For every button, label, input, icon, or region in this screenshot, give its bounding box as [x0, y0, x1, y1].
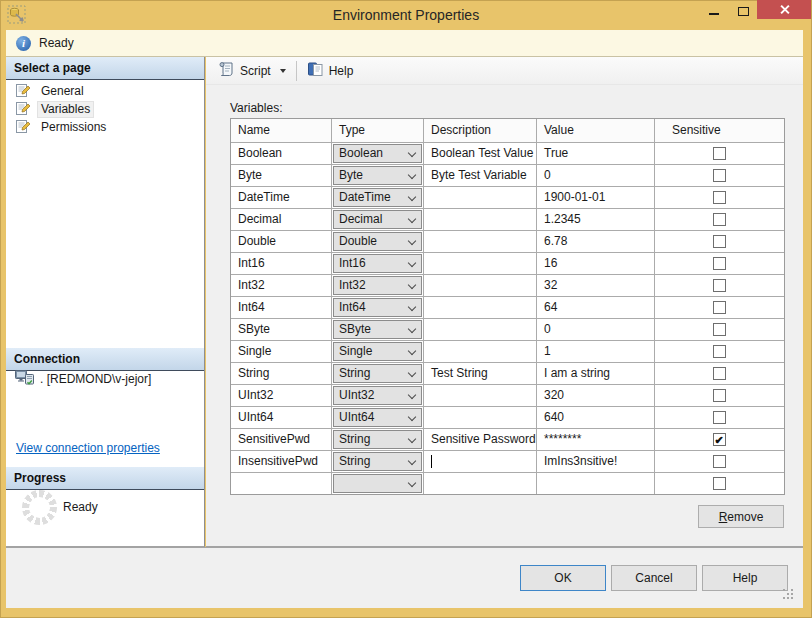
variable-name-cell[interactable]: DateTime — [231, 187, 332, 208]
variable-type-dropdown[interactable]: DateTime — [333, 188, 422, 207]
variable-description-cell[interactable] — [424, 209, 537, 230]
variable-value-cell[interactable]: ******** — [537, 429, 655, 450]
maximize-button[interactable] — [729, 0, 757, 20]
sensitive-checkbox[interactable] — [713, 477, 726, 490]
variable-value-cell[interactable]: True — [537, 143, 655, 164]
variable-value-cell[interactable]: 0 — [537, 165, 655, 186]
variable-description-cell[interactable] — [424, 253, 537, 274]
variable-type-dropdown[interactable]: UInt64 — [333, 408, 422, 427]
variable-name-cell[interactable]: Byte — [231, 165, 332, 186]
help-button-toolbar[interactable]: Help — [301, 59, 360, 83]
variable-name-cell[interactable]: InsensitivePwd — [231, 451, 332, 472]
variable-name-cell[interactable]: Double — [231, 231, 332, 252]
sensitive-checkbox[interactable] — [713, 191, 726, 204]
variable-name-cell[interactable]: UInt64 — [231, 407, 332, 428]
remove-button[interactable]: Remove — [698, 505, 784, 528]
variable-value-cell[interactable]: I am a string — [537, 363, 655, 384]
variable-name-cell[interactable]: Decimal — [231, 209, 332, 230]
sensitive-checkbox[interactable] — [713, 345, 726, 358]
variable-type-dropdown[interactable]: Byte — [333, 166, 422, 185]
variable-name-cell[interactable]: Int64 — [231, 297, 332, 318]
variable-description-cell[interactable] — [424, 385, 537, 406]
variable-type-dropdown[interactable]: UInt32 — [333, 386, 422, 405]
variable-name-cell[interactable]: Int16 — [231, 253, 332, 274]
variable-description-cell[interactable]: Test String — [424, 363, 537, 384]
variable-type-dropdown[interactable]: Double — [333, 232, 422, 251]
ok-button[interactable]: OK — [520, 565, 606, 591]
sensitive-checkbox[interactable] — [713, 213, 726, 226]
variable-value-cell[interactable]: 32 — [537, 275, 655, 296]
sensitive-checkbox[interactable] — [713, 147, 726, 160]
variable-description-cell[interactable]: Byte Test Variable — [424, 165, 537, 186]
variable-value-cell[interactable]: 320 — [537, 385, 655, 406]
variable-sensitive-cell — [655, 473, 783, 494]
view-connection-properties-link[interactable]: View connection properties — [16, 441, 160, 455]
variable-description-cell[interactable] — [424, 275, 537, 296]
variable-name-cell[interactable]: Boolean — [231, 143, 332, 164]
cancel-button[interactable]: Cancel — [611, 565, 697, 591]
sensitive-checkbox[interactable] — [713, 455, 726, 468]
variable-type-dropdown[interactable]: Int16 — [333, 254, 422, 273]
variable-value-cell[interactable] — [537, 473, 655, 494]
variable-value-cell[interactable]: 0 — [537, 319, 655, 340]
variable-name-cell[interactable]: String — [231, 363, 332, 384]
variable-value-cell[interactable]: 1900-01-01 — [537, 187, 655, 208]
variable-description-cell[interactable]: Sensitive Password — [424, 429, 537, 450]
sensitive-checkbox[interactable] — [713, 411, 726, 424]
variable-description-cell[interactable] — [424, 473, 537, 494]
sensitive-checkbox[interactable] — [713, 389, 726, 402]
variable-type-cell: SByte — [332, 319, 424, 340]
sidebar-item-label: Permissions — [38, 120, 109, 135]
variable-type-dropdown[interactable]: Int32 — [333, 276, 422, 295]
variable-type-dropdown[interactable]: Decimal — [333, 210, 422, 229]
variable-type-dropdown[interactable]: Int64 — [333, 298, 422, 317]
environment-properties-dialog: Environment Properties i Ready Select a … — [0, 0, 812, 618]
close-button[interactable] — [757, 0, 811, 19]
variable-description-cell[interactable] — [424, 187, 537, 208]
variable-type-dropdown[interactable]: String — [333, 430, 422, 449]
variable-name-cell[interactable]: Int32 — [231, 275, 332, 296]
variable-name-cell[interactable] — [231, 473, 332, 494]
variable-type-dropdown[interactable]: Boolean — [333, 144, 422, 163]
script-button[interactable]: Script — [212, 59, 292, 83]
variable-description-cell[interactable] — [424, 451, 537, 472]
variable-value-cell[interactable]: 6.78 — [537, 231, 655, 252]
sensitive-checkbox[interactable] — [713, 279, 726, 292]
sensitive-checkbox[interactable] — [713, 323, 726, 336]
variable-description-cell[interactable] — [424, 341, 537, 362]
minimize-button[interactable] — [700, 0, 728, 20]
variable-value-cell[interactable]: ImIns3nsitive! — [537, 451, 655, 472]
variable-name-cell[interactable]: SByte — [231, 319, 332, 340]
sensitive-checkbox[interactable] — [713, 367, 726, 380]
variable-value-cell[interactable]: 1 — [537, 341, 655, 362]
sidebar-item-variables[interactable]: Variables — [6, 100, 204, 118]
variable-type-dropdown[interactable]: String — [333, 364, 422, 383]
variable-description-cell[interactable] — [424, 319, 537, 340]
sensitive-checkbox[interactable] — [713, 235, 726, 248]
variable-value-cell[interactable]: 640 — [537, 407, 655, 428]
variable-type-dropdown[interactable] — [333, 474, 422, 493]
variable-description-cell[interactable] — [424, 231, 537, 252]
title-bar[interactable]: Environment Properties — [0, 0, 812, 30]
variable-value-cell[interactable]: 16 — [537, 253, 655, 274]
variable-type-dropdown[interactable]: String — [333, 452, 422, 471]
variable-name-cell[interactable]: Single — [231, 341, 332, 362]
variable-value-cell[interactable]: 64 — [537, 297, 655, 318]
sidebar-item-general[interactable]: General — [6, 82, 204, 100]
resize-grip[interactable] — [782, 588, 794, 600]
variable-description-cell[interactable]: Boolean Test Value — [424, 143, 537, 164]
variable-type-dropdown[interactable]: Single — [333, 342, 422, 361]
variable-value-cell[interactable]: 1.2345 — [537, 209, 655, 230]
variable-name-cell[interactable]: SensitivePwd — [231, 429, 332, 450]
help-button[interactable]: Help — [702, 565, 788, 591]
sensitive-checkbox[interactable]: ✔ — [713, 433, 726, 446]
table-row: BooleanBooleanBoolean Test ValueTrue — [231, 142, 784, 164]
sidebar-item-permissions[interactable]: Permissions — [6, 118, 204, 136]
sensitive-checkbox[interactable] — [713, 257, 726, 270]
sensitive-checkbox[interactable] — [713, 169, 726, 182]
variable-description-cell[interactable] — [424, 297, 537, 318]
sensitive-checkbox[interactable] — [713, 301, 726, 314]
variable-name-cell[interactable]: UInt32 — [231, 385, 332, 406]
variable-description-cell[interactable] — [424, 407, 537, 428]
variable-type-dropdown[interactable]: SByte — [333, 320, 422, 339]
